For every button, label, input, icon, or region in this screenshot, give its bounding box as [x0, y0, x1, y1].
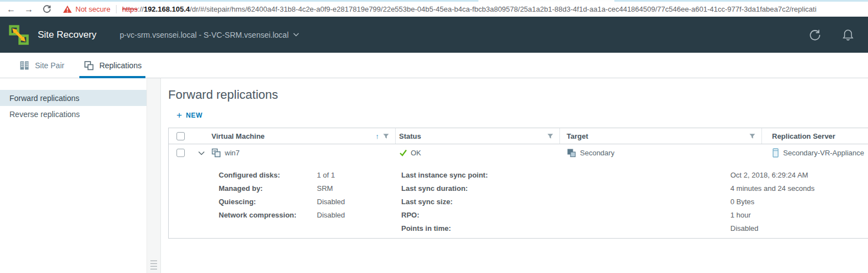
- page-title: Forward replications: [168, 88, 868, 102]
- column-label: Replication Server: [772, 132, 835, 140]
- detail-label: Quiescing:: [219, 195, 317, 209]
- filter-icon[interactable]: [547, 133, 553, 139]
- column-label: Target: [567, 132, 588, 140]
- detail-value: Oct 2, 2018, 6:29:24 AM: [730, 171, 808, 179]
- site-recovery-logo-icon: [8, 24, 30, 46]
- column-header-replication-server[interactable]: Replication Server: [762, 128, 868, 144]
- tab-site-pair-label: Site Pair: [35, 61, 64, 70]
- row-expand-cell: [192, 151, 210, 155]
- detail-row: Last instance sync point:Oct 2, 2018, 6:…: [401, 169, 815, 182]
- filter-icon[interactable]: [383, 133, 389, 139]
- site-pair-icon: [19, 60, 30, 71]
- filter-icon[interactable]: [749, 133, 755, 139]
- address-url[interactable]: https://192.168.105.4/dr/#/sitepair/hms/…: [122, 5, 868, 13]
- detail-row: Quiescing:Disabled: [219, 195, 345, 209]
- header-select-cell: [169, 128, 192, 144]
- detail-row: Configured disks:1 of 1: [219, 169, 345, 182]
- browser-chrome: ← → Not secure https://192.168.105.4/dr/…: [0, 0, 868, 17]
- table-row-win7[interactable]: win7 OK Secondary: [169, 144, 868, 161]
- column-header-status[interactable]: Status: [396, 128, 560, 144]
- chevron-down-icon[interactable]: [198, 151, 205, 155]
- app-title: Site Recovery: [38, 29, 97, 41]
- sort-ascending-icon[interactable]: ↑: [376, 132, 380, 140]
- detail-value: SRM: [317, 184, 333, 193]
- main-panel: Forward replications + NEW Virtual Machi…: [161, 78, 868, 273]
- browser-reload-icon[interactable]: [42, 4, 52, 14]
- detail-row: Last sync size:0 Bytes: [401, 195, 815, 209]
- site-pair-selector[interactable]: p-vc-srm.vsensei.local - S-VC-SRM.vsense…: [120, 31, 299, 39]
- detail-label: Managed by:: [219, 182, 317, 195]
- column-header-target[interactable]: Target: [560, 128, 762, 144]
- url-separator: ://: [138, 5, 144, 13]
- sidebar-item-label: Reverse replications: [9, 110, 80, 119]
- replication-server-icon: [772, 148, 779, 158]
- row-checkbox[interactable]: [176, 149, 185, 157]
- browser-back-icon[interactable]: ←: [7, 5, 16, 14]
- sidebar-item-forward-replications[interactable]: Forward replications: [0, 90, 147, 106]
- target-cell: Secondary: [560, 148, 762, 158]
- details-left-list: Configured disks:1 of 1 Managed by:SRM Q…: [219, 169, 345, 222]
- app-header: Site Recovery p-vc-srm.vsensei.local - S…: [0, 17, 868, 53]
- browser-forward-icon[interactable]: →: [24, 5, 33, 14]
- detail-label: Points in time:: [401, 222, 730, 235]
- vm-name: win7: [225, 149, 240, 157]
- virtual-machine-icon: [211, 148, 221, 158]
- notifications-bell-icon[interactable]: [842, 29, 854, 41]
- url-scheme: https: [122, 5, 138, 13]
- not-secure-label[interactable]: Not secure: [75, 5, 110, 13]
- status-label: OK: [411, 149, 421, 157]
- address-divider: [116, 5, 117, 13]
- replication-server-name: Secondary-VR-Appliance: [783, 149, 864, 157]
- toolbar: + NEW: [168, 110, 868, 120]
- detail-label: Last sync size:: [401, 195, 730, 209]
- status-ok-check-icon: [399, 149, 407, 156]
- new-replication-button[interactable]: + NEW: [176, 110, 203, 120]
- detail-value: Disabled: [317, 211, 345, 219]
- replications-sidebar: Forward replications Reverse replication…: [0, 78, 147, 273]
- detail-value: 0 Bytes: [730, 198, 754, 206]
- replications-icon: [83, 60, 94, 71]
- column-label: Virtual Machine: [211, 132, 265, 140]
- sidebar-item-reverse-replications[interactable]: Reverse replications: [0, 106, 147, 122]
- target-site-icon: [567, 148, 576, 158]
- new-button-label: NEW: [186, 112, 203, 119]
- sidebar-item-label: Forward replications: [9, 94, 79, 103]
- browser-address-row: ← → Not secure https://192.168.105.4/dr/…: [0, 2, 868, 17]
- plus-icon: +: [176, 110, 182, 120]
- detail-row: Last sync duration:4 minutes and 24 seco…: [401, 182, 815, 195]
- detail-row: Network compression:Disabled: [219, 209, 345, 222]
- replication-server-cell: Secondary-VR-Appliance: [762, 148, 868, 158]
- column-header-virtual-machine[interactable]: Virtual Machine ↑: [210, 128, 396, 144]
- detail-row: RPO:1 hour: [401, 209, 815, 222]
- details-right-list: Last instance sync point:Oct 2, 2018, 6:…: [401, 169, 815, 235]
- vm-cell: win7: [210, 148, 396, 158]
- detail-value: Disabled: [730, 224, 759, 232]
- site-pair-selector-label: p-vc-srm.vsensei.local - S-VC-SRM.vsense…: [120, 31, 289, 39]
- url-domain: 192.168.105.4: [144, 5, 190, 13]
- splitter-grip-handle[interactable]: [150, 260, 157, 270]
- detail-value: 1 hour: [730, 211, 751, 219]
- table-header-row: Virtual Machine ↑ Status: [169, 128, 868, 144]
- header-expand-cell: [192, 128, 210, 144]
- detail-label: Last instance sync point:: [401, 169, 730, 182]
- tab-replications-label: Replications: [99, 61, 142, 70]
- main-tabbar: Site Pair Replications: [0, 53, 868, 78]
- chevron-down-icon: [293, 33, 299, 37]
- refresh-icon[interactable]: [809, 28, 821, 41]
- replications-table: Virtual Machine ↑ Status: [168, 128, 868, 239]
- status-cell: OK: [396, 149, 560, 157]
- panel-splitter[interactable]: [147, 78, 161, 273]
- detail-row: Managed by:SRM: [219, 182, 345, 195]
- url-path: /dr/#/sitepair/hms/62400a4f-31b8-4c2e-a0…: [190, 5, 816, 13]
- not-secure-warning-icon[interactable]: [63, 5, 72, 13]
- detail-label: Configured disks:: [219, 169, 317, 182]
- row-details-panel: Configured disks:1 of 1 Managed by:SRM Q…: [169, 161, 868, 238]
- target-name: Secondary: [580, 149, 614, 157]
- detail-value: Disabled: [317, 198, 345, 206]
- detail-value: 1 of 1: [317, 171, 335, 179]
- column-label: Status: [399, 132, 421, 140]
- detail-label: RPO:: [401, 209, 730, 222]
- select-all-checkbox[interactable]: [176, 132, 185, 140]
- tab-site-pair[interactable]: Site Pair: [17, 53, 67, 78]
- tab-replications[interactable]: Replications: [81, 53, 144, 78]
